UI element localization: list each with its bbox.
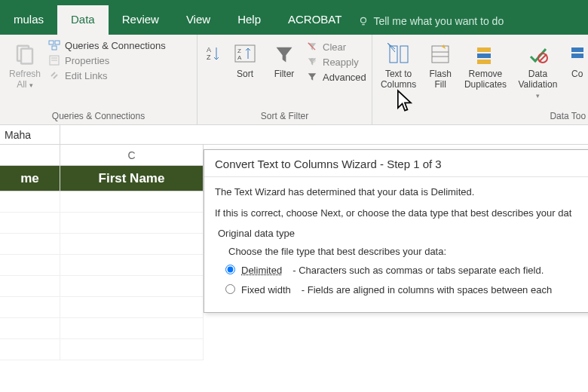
tab-data[interactable]: Data [57, 5, 109, 35]
svg-rect-2 [21, 49, 32, 64]
filter-button[interactable]: Filter [265, 38, 303, 80]
lightbulb-icon [358, 16, 369, 26]
cell[interactable] [60, 297, 204, 318]
tell-me-placeholder: Tell me what you want to do [373, 15, 504, 27]
svg-text:A: A [237, 54, 242, 61]
sort-icon: ZA [234, 41, 256, 68]
dialog-choose-text: Choose the file type that best describes… [228, 244, 584, 259]
svg-rect-4 [55, 41, 60, 44]
properties-icon [48, 54, 60, 66]
chevron-down-icon: ▾ [536, 92, 540, 100]
dialog-title: Convert Text to Columns Wizard - Step 1 … [204, 150, 588, 177]
flash-fill-icon [429, 41, 452, 68]
text-to-columns-button[interactable]: Text toColumns [377, 38, 420, 90]
ribbon-tabs: mulas Data Review View Help ACROBAT Tell… [0, 0, 588, 35]
cell[interactable] [0, 276, 60, 297]
properties-button[interactable]: Properties [48, 54, 166, 66]
edit-links-icon [48, 69, 60, 81]
svg-text:A: A [207, 46, 211, 54]
tell-me-search[interactable]: Tell me what you want to do [358, 15, 504, 35]
svg-rect-22 [477, 47, 491, 52]
cell[interactable] [0, 339, 60, 360]
svg-rect-16 [400, 46, 408, 63]
svg-rect-27 [571, 47, 583, 52]
cell[interactable] [0, 318, 60, 339]
cell[interactable] [60, 255, 204, 276]
radio-delimited[interactable] [225, 265, 235, 274]
sort-button[interactable]: ZA Sort [226, 38, 264, 80]
edit-links-button[interactable]: Edit Links [48, 69, 166, 81]
text-to-columns-wizard-dialog: Convert Text to Columns Wizard - Step 1 … [204, 149, 588, 313]
formula-bar-row: Maha [0, 125, 588, 145]
data-validation-icon [526, 41, 549, 68]
cell[interactable] [60, 234, 204, 255]
ribbon: RefreshAll ▾ Queries & Connections Prope… [0, 35, 588, 125]
svg-rect-28 [571, 54, 583, 58]
cell[interactable] [60, 191, 204, 213]
svg-rect-19 [432, 46, 449, 63]
flash-fill-button[interactable]: FlashFill [421, 38, 459, 90]
queries-connections-button[interactable]: Queries & Connections [48, 39, 166, 51]
radio-delimited-label[interactable]: Delimited [241, 263, 282, 278]
cell[interactable] [60, 276, 204, 297]
svg-line-18 [387, 43, 395, 52]
cell[interactable] [60, 213, 204, 234]
svg-text:Z: Z [237, 47, 241, 54]
data-validation-button[interactable]: DataValidation ▾ [512, 38, 564, 100]
radio-fixed-width[interactable] [225, 284, 235, 294]
header-cell-b[interactable]: me [0, 166, 60, 191]
clear-icon [306, 41, 318, 53]
cell[interactable] [60, 339, 204, 360]
tab-help[interactable]: Help [224, 5, 274, 35]
svg-rect-23 [477, 54, 491, 58]
svg-rect-15 [390, 46, 397, 63]
consolidate-button[interactable]: Co [565, 38, 588, 80]
cell[interactable] [0, 297, 60, 318]
radio-delimited-desc: - Characters such as commas or tabs sepa… [292, 263, 544, 278]
refresh-all-button[interactable]: RefreshAll ▾ [5, 38, 45, 90]
connections-icon [48, 39, 60, 51]
text-to-columns-icon [387, 41, 410, 68]
svg-rect-24 [477, 60, 491, 64]
cell[interactable] [0, 191, 60, 213]
remove-duplicates-icon [474, 41, 497, 68]
group-label-queries: Queries & Connections [5, 109, 192, 123]
svg-rect-3 [49, 41, 54, 44]
tab-acrobat[interactable]: ACROBAT [274, 5, 355, 35]
dialog-intro-1: The Text Wizard has determined that your… [215, 185, 584, 200]
cell[interactable] [0, 255, 60, 276]
header-cell-c[interactable]: First Name [60, 166, 204, 191]
consolidate-icon [570, 41, 585, 68]
cell[interactable] [0, 213, 60, 234]
advanced-icon [306, 71, 318, 83]
svg-point-0 [361, 17, 366, 23]
radio-fixed-width-label[interactable]: Fixed width [241, 283, 291, 298]
sort-az-button[interactable]: AZ [202, 38, 225, 68]
cell[interactable] [0, 234, 60, 255]
dialog-intro-2: If this is correct, choose Next, or choo… [215, 206, 584, 221]
svg-rect-5 [52, 46, 57, 50]
svg-text:Z: Z [207, 54, 211, 61]
radio-fixed-width-desc: - Fields are aligned in columns with spa… [302, 283, 552, 298]
col-header-c[interactable]: C [60, 145, 204, 166]
name-box[interactable]: Maha [0, 125, 60, 144]
sort-az-icon: AZ [205, 41, 222, 68]
filter-icon [274, 41, 295, 68]
chevron-down-icon: ▾ [29, 81, 33, 89]
remove-duplicates-button[interactable]: RemoveDuplicates [461, 38, 510, 90]
reapply-button[interactable]: Reapply [306, 56, 366, 68]
reapply-icon [306, 56, 318, 68]
col-header-blank[interactable] [0, 145, 60, 166]
group-label-datatools: Data Too [377, 109, 588, 123]
cell[interactable] [60, 318, 204, 339]
refresh-icon [14, 41, 36, 68]
tab-formulas[interactable]: mulas [0, 5, 57, 35]
dialog-group-label: Original data type [218, 226, 584, 241]
advanced-filter-button[interactable]: Advanced [306, 71, 366, 83]
tab-view[interactable]: View [173, 5, 224, 35]
group-label-sortfilter: Sort & Filter [202, 109, 367, 123]
tab-review[interactable]: Review [109, 5, 173, 35]
clear-filter-button[interactable]: Clear [306, 41, 366, 53]
